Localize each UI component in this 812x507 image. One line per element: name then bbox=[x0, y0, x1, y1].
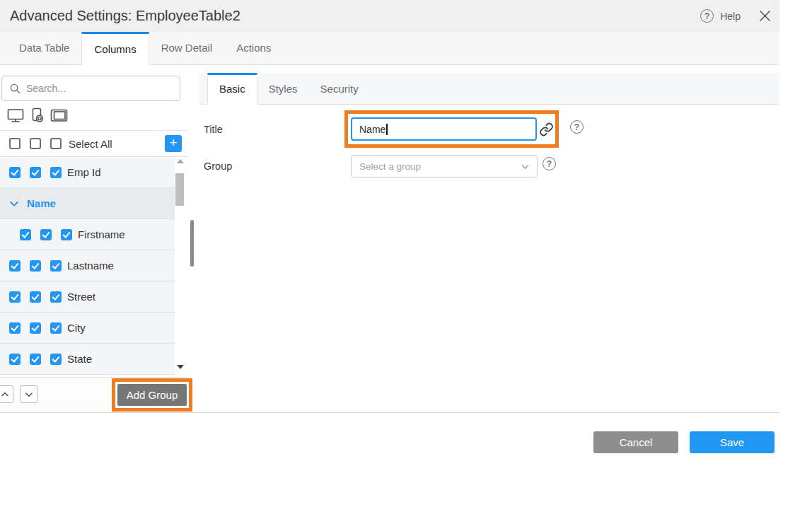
visibility-checkbox[interactable] bbox=[50, 291, 62, 303]
plus-icon[interactable] bbox=[165, 135, 182, 152]
title-input-value: Name bbox=[359, 124, 385, 135]
scroll-up-arrow-icon[interactable] bbox=[177, 159, 184, 163]
chevron-down-icon bbox=[521, 162, 530, 171]
desktop-icon[interactable] bbox=[7, 107, 25, 124]
visibility-checkbox[interactable] bbox=[9, 322, 21, 334]
panel-scrollbar-thumb[interactable] bbox=[190, 220, 194, 267]
tab-actions[interactable]: Actions bbox=[224, 32, 283, 64]
text-cursor bbox=[386, 124, 388, 135]
search-box bbox=[1, 76, 180, 101]
column-row-firstname[interactable]: Firstname bbox=[0, 219, 175, 250]
help-label: Help bbox=[720, 11, 741, 22]
question-circle-icon bbox=[700, 9, 714, 23]
column-detail-panel: Basic Styles Security Title Name Group S… bbox=[199, 65, 779, 412]
help-button[interactable]: Help bbox=[700, 9, 741, 23]
group-select-placeholder: Select a group bbox=[359, 161, 421, 172]
column-label: Firstname bbox=[78, 228, 125, 240]
visibility-checkbox[interactable] bbox=[50, 167, 62, 178]
visibility-checkbox[interactable] bbox=[9, 354, 21, 365]
add-group-highlight: Add Group bbox=[112, 378, 192, 412]
visibility-checkbox[interactable] bbox=[50, 354, 62, 365]
visibility-checkbox[interactable] bbox=[40, 229, 52, 240]
link-icon[interactable] bbox=[539, 122, 554, 136]
device-visibility-toggles bbox=[0, 101, 187, 131]
column-list-scrollbar bbox=[175, 159, 186, 373]
visibility-checkboxes bbox=[9, 167, 62, 178]
select-all-row: Select All bbox=[0, 131, 187, 157]
save-button[interactable]: Save bbox=[690, 431, 775, 453]
visibility-checkbox[interactable] bbox=[30, 354, 41, 365]
visibility-checkboxes bbox=[9, 260, 62, 272]
title-help-icon[interactable] bbox=[570, 120, 584, 134]
move-up-button[interactable] bbox=[0, 385, 13, 403]
tab-styles[interactable]: Styles bbox=[257, 74, 309, 104]
group-field-label: Group bbox=[204, 161, 232, 172]
chevron-up-icon bbox=[0, 390, 10, 400]
column-row-emp-id[interactable]: Emp Id bbox=[0, 157, 175, 188]
visibility-checkbox[interactable] bbox=[30, 322, 41, 334]
column-list: Emp IdNameFirstnameLastnameStreetCitySta… bbox=[0, 157, 175, 375]
column-label: Lastname bbox=[67, 260, 114, 272]
column-row-lastname[interactable]: Lastname bbox=[0, 250, 175, 281]
scroll-down-arrow-icon[interactable] bbox=[177, 365, 184, 369]
select-all-checkboxes bbox=[9, 138, 62, 149]
column-row-state[interactable]: State bbox=[0, 344, 175, 375]
group-help-icon[interactable] bbox=[543, 157, 556, 170]
chevron-down-icon bbox=[8, 198, 20, 209]
sidebar-footer: Add Group bbox=[0, 377, 187, 412]
visibility-checkboxes bbox=[9, 354, 62, 365]
title-field-highlight: Name bbox=[344, 110, 559, 148]
visibility-checkbox[interactable] bbox=[61, 229, 72, 240]
header-actions: Help bbox=[700, 9, 779, 23]
tab-data-table[interactable]: Data Table bbox=[7, 32, 81, 64]
tab-basic[interactable]: Basic bbox=[207, 73, 257, 105]
search-input[interactable] bbox=[26, 83, 161, 94]
scrollbar-thumb[interactable] bbox=[175, 173, 184, 206]
title-field-label: Title bbox=[204, 124, 223, 135]
phone-icon[interactable] bbox=[30, 107, 45, 125]
footer-divider bbox=[0, 412, 779, 413]
column-label: Emp Id bbox=[67, 166, 101, 178]
visibility-checkbox[interactable] bbox=[9, 291, 21, 303]
group-select[interactable]: Select a group bbox=[351, 155, 538, 177]
visibility-checkbox[interactable] bbox=[30, 167, 41, 178]
tab-security[interactable]: Security bbox=[309, 74, 370, 104]
visibility-checkbox[interactable] bbox=[50, 322, 62, 334]
visibility-checkbox[interactable] bbox=[50, 260, 62, 272]
tab-columns[interactable]: Columns bbox=[81, 32, 149, 65]
select-all-desktop-checkbox[interactable] bbox=[9, 138, 21, 149]
dialog-title: Advanced Settings: EmployeeTable2 bbox=[0, 8, 240, 24]
select-all-label: Select All bbox=[69, 138, 112, 150]
detail-tab-strip: Basic Styles Security bbox=[199, 73, 779, 105]
move-down-button[interactable] bbox=[20, 385, 37, 403]
visibility-checkbox[interactable] bbox=[9, 260, 21, 272]
visibility-checkbox[interactable] bbox=[9, 167, 21, 178]
column-label: City bbox=[67, 322, 86, 334]
tab-row-detail[interactable]: Row Detail bbox=[149, 32, 225, 64]
cancel-button[interactable]: Cancel bbox=[593, 431, 678, 453]
tablet-icon[interactable] bbox=[50, 108, 69, 123]
close-icon[interactable] bbox=[759, 10, 771, 22]
select-all-phone-checkbox[interactable] bbox=[30, 138, 41, 149]
visibility-checkboxes bbox=[20, 229, 72, 240]
settings-tab-bar: Data Table Columns Row Detail Actions bbox=[0, 32, 779, 65]
column-row-city[interactable]: City bbox=[0, 313, 175, 344]
visibility-checkbox[interactable] bbox=[30, 260, 41, 272]
group-row-name[interactable]: Name bbox=[0, 188, 175, 219]
column-label: Name bbox=[27, 197, 56, 209]
visibility-checkboxes bbox=[9, 322, 62, 334]
search-icon bbox=[10, 83, 21, 94]
column-label: Street bbox=[67, 291, 95, 303]
chevron-down-icon bbox=[24, 390, 34, 400]
visibility-checkboxes bbox=[9, 291, 62, 303]
columns-sidebar: Select All Emp IdNameFirstnameLastnameSt… bbox=[0, 65, 187, 412]
select-all-tablet-checkbox[interactable] bbox=[50, 138, 62, 149]
visibility-checkbox[interactable] bbox=[20, 229, 31, 240]
add-group-button[interactable]: Add Group bbox=[117, 384, 187, 406]
column-row-street[interactable]: Street bbox=[0, 281, 175, 313]
column-label: State bbox=[67, 353, 92, 365]
title-input[interactable]: Name bbox=[351, 117, 537, 141]
visibility-checkbox[interactable] bbox=[30, 291, 41, 303]
dialog-header: Advanced Settings: EmployeeTable2 Help bbox=[0, 0, 779, 32]
